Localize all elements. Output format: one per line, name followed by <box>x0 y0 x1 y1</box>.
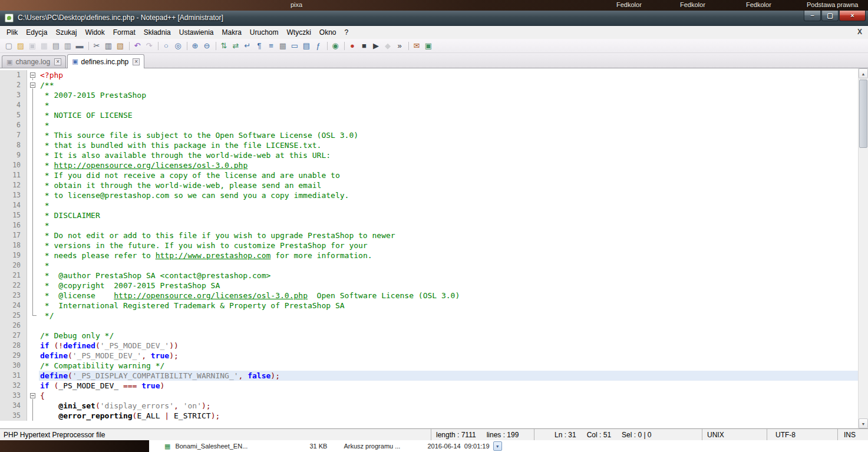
code-text[interactable]: <?php <box>39 70 858 80</box>
code-text[interactable]: * @author PrestaShop SA <contact@prestas… <box>39 270 858 281</box>
line-number[interactable]: 29 <box>0 351 27 361</box>
vertical-scrollbar[interactable]: ▲ ▼ <box>858 68 868 428</box>
code-text[interactable]: * It is also available through the world… <box>39 150 858 160</box>
line-number[interactable]: 28 <box>0 341 27 351</box>
close-button[interactable]: × <box>839 11 866 21</box>
undo-icon[interactable]: ↶ <box>132 41 143 51</box>
line-number[interactable]: 9 <box>0 150 27 160</box>
line-number[interactable]: 27 <box>0 331 27 341</box>
code-text[interactable]: { <box>39 391 858 401</box>
code-text[interactable]: * needs please refer to http://www.prest… <box>39 250 858 260</box>
line-number[interactable]: 12 <box>0 180 27 190</box>
line-number[interactable]: 31 <box>0 371 27 381</box>
code-text[interactable]: * @copyright 2007-2015 PrestaShop SA <box>39 281 858 291</box>
paste-icon[interactable]: ▧ <box>115 41 126 51</box>
line-number[interactable]: 7 <box>0 130 27 140</box>
code-text[interactable]: * If you did not receive a copy of the l… <box>39 170 858 180</box>
code-text[interactable]: @ini_set('display_errors', 'on'); <box>39 401 858 411</box>
code-text[interactable]: if (_PS_MODE_DEV_ === true) <box>39 381 858 391</box>
show-all-characters-icon[interactable]: ¶ <box>254 41 265 51</box>
line-number[interactable]: 16 <box>0 220 27 230</box>
menu-item-składnia[interactable]: Składnia <box>140 27 175 38</box>
menu-item-wtyczki[interactable]: Wtyczki <box>283 27 315 38</box>
tab-change-log[interactable]: ▣change.log× <box>2 55 66 68</box>
close-document-icon[interactable]: ▤ <box>51 41 61 51</box>
line-number[interactable]: 25 <box>0 311 27 321</box>
run-macro-multiple-times-icon[interactable]: » <box>394 41 405 51</box>
line-number[interactable]: 34 <box>0 401 27 411</box>
zoom-out-icon[interactable]: ⊖ <box>202 41 212 51</box>
code-text[interactable]: * <box>39 260 858 270</box>
menu-item-makra[interactable]: Makra <box>218 27 246 38</box>
menu-item-format[interactable]: Format <box>109 27 140 38</box>
sync-vertical-scrolling-icon[interactable]: ⇅ <box>219 41 229 51</box>
code-text[interactable]: * http://opensource.org/licenses/osl-3.0… <box>39 160 858 170</box>
code-text[interactable]: * @license http://opensource.org/license… <box>39 291 858 301</box>
menu-item-okno[interactable]: Okno <box>315 27 341 38</box>
document-switcher-icon[interactable]: ▤ <box>301 41 312 51</box>
function-list-icon[interactable]: ƒ <box>313 41 324 51</box>
background-file-row[interactable]: ▦ Bonami_Salesheet_EN... 31 KB Arkusz pr… <box>149 440 868 452</box>
code-text[interactable]: * <box>39 100 858 110</box>
tab-close-icon[interactable]: × <box>133 58 140 65</box>
dropdown-arrow-icon[interactable]: ▼ <box>493 441 502 451</box>
line-number[interactable]: 14 <box>0 200 27 210</box>
menu-item-ustawienia[interactable]: Ustawienia <box>175 27 218 38</box>
fold-toggle-icon[interactable] <box>27 80 39 90</box>
fold-toggle-icon[interactable] <box>27 391 39 401</box>
line-number[interactable]: 20 <box>0 260 27 270</box>
print-icon[interactable]: ▬ <box>74 41 85 51</box>
menubar-close-icon[interactable]: X <box>857 28 862 36</box>
line-number[interactable]: 11 <box>0 170 27 180</box>
code-text[interactable]: if (!defined('_PS_MODE_DEV_')) <box>39 341 858 351</box>
line-number[interactable]: 35 <box>0 411 27 421</box>
minimize-button[interactable]: – <box>804 11 821 21</box>
word-wrap-icon[interactable]: ↵ <box>242 41 253 51</box>
menu-item-uruchom[interactable]: Uruchom <box>246 27 283 38</box>
find-icon[interactable]: ○ <box>161 41 171 51</box>
code-text[interactable]: * This source file is subject to the Ope… <box>39 130 858 140</box>
tab-close-icon[interactable]: × <box>54 58 61 65</box>
line-number[interactable]: 32 <box>0 381 27 391</box>
record-macro-icon[interactable]: ● <box>347 41 358 51</box>
status-encoding[interactable]: UTF-8 <box>775 431 796 439</box>
sync-horizontal-scrolling-icon[interactable]: ⇄ <box>230 41 241 51</box>
code-text[interactable]: * that is bundled with this package in t… <box>39 140 858 150</box>
code-text[interactable]: * International Registered Trademark & P… <box>39 301 858 311</box>
scroll-down-icon[interactable]: ▼ <box>859 418 868 428</box>
scrollbar-thumb[interactable] <box>859 80 867 148</box>
line-number[interactable]: 23 <box>0 291 27 301</box>
code-text[interactable]: * <box>39 200 858 210</box>
line-number[interactable]: 26 <box>0 321 27 331</box>
scroll-up-icon[interactable]: ▲ <box>859 68 868 78</box>
indent-guide-icon[interactable]: ≡ <box>266 41 276 51</box>
menu-item-szukaj[interactable]: Szukaj <box>51 27 81 38</box>
play-macro-icon[interactable]: ▶ <box>371 41 381 51</box>
line-number[interactable]: 2 <box>0 80 27 90</box>
menu-item-widok[interactable]: Widok <box>81 27 108 38</box>
cut-icon[interactable]: ✂ <box>91 41 102 51</box>
code-editor[interactable]: 1<?php2/**3 * 2007-2015 PrestaShop4 *5 *… <box>0 68 868 428</box>
code-text[interactable]: * NOTICE OF LICENSE <box>39 110 858 120</box>
line-number[interactable]: 15 <box>0 210 27 220</box>
line-number[interactable]: 21 <box>0 270 27 281</box>
code-text[interactable]: * DISCLAIMER <box>39 210 858 220</box>
code-text[interactable]: * <box>39 220 858 230</box>
line-number[interactable]: 1 <box>0 70 27 80</box>
replace-icon[interactable]: ◎ <box>173 41 183 51</box>
code-text[interactable]: /** <box>39 80 858 90</box>
line-number[interactable]: 17 <box>0 230 27 240</box>
code-text[interactable]: * 2007-2015 PrestaShop <box>39 90 858 100</box>
code-text[interactable]: define('_PS_MODE_DEV_', true); <box>39 351 858 361</box>
code-text[interactable]: /* Compatibility warning */ <box>39 361 858 371</box>
line-number[interactable]: 18 <box>0 240 27 250</box>
status-insert-mode[interactable]: INS <box>844 431 856 439</box>
menu-item-help[interactable]: ? <box>341 27 353 38</box>
line-number[interactable]: 33 <box>0 391 27 401</box>
plugin-doc-monitor-icon[interactable]: ▣ <box>423 41 434 51</box>
menu-item-edycja[interactable]: Edycja <box>22 27 51 38</box>
open-icon[interactable]: ▨ <box>15 41 26 51</box>
code-text[interactable]: * obtain it through the world-wide-web, … <box>39 180 858 190</box>
code-text[interactable]: /* Debug only */ <box>39 331 858 341</box>
code-text[interactable]: define('_PS_DISPLAY_COMPATIBILITY_WARNIN… <box>39 371 858 381</box>
